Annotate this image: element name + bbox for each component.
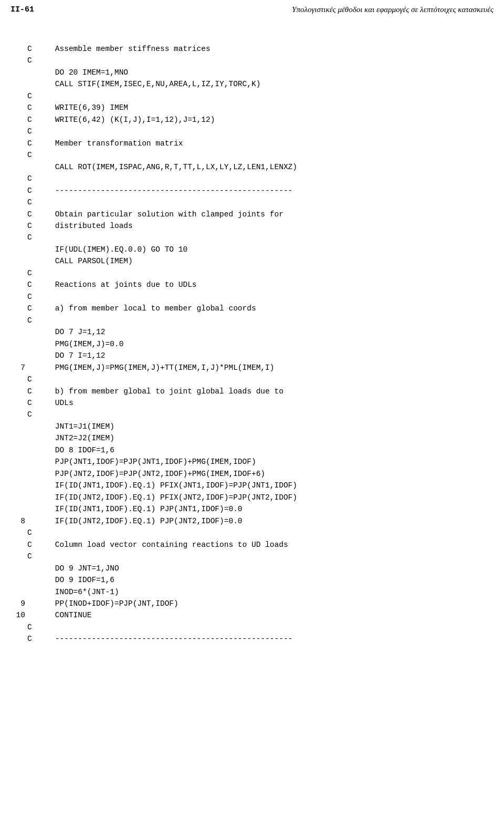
- line-code: IF(ID(JNT2,IDOF).EQ.1) PFIX(JNT2,IDOF)=P…: [37, 492, 494, 503]
- page-header: ΙΙ-61 Υπολογιστικές μέθοδοι και εφαρμογέ…: [10, 5, 494, 14]
- line-c-marker: C: [27, 633, 37, 645]
- code-line: JNT2=J2(IMEM): [10, 432, 494, 444]
- line-code: Assemble member stiffness matrices: [37, 43, 494, 55]
- code-line: CALL PARSOL(IMEM): [10, 255, 494, 267]
- line-code: CONTINUE: [37, 609, 494, 621]
- code-line: 9 PP(INOD+IDOF)=PJP(JNT,IDOF): [10, 598, 494, 609]
- line-c-marker: C: [27, 149, 37, 161]
- code-line: C WRITE(6,42) (K(I,J),I=1,12),J=1,12): [10, 114, 494, 126]
- code-line: C a) from member local to member global …: [10, 303, 494, 314]
- line-code: CALL ROT(IMEM,ISPAC,ANG,R,T,TT,L,LX,LY,L…: [37, 161, 494, 173]
- code-line: 10 CONTINUE: [10, 609, 494, 621]
- code-line: C: [10, 232, 494, 243]
- line-code: ----------------------------------------…: [37, 185, 494, 196]
- line-code: JNT1=J1(IMEM): [37, 421, 494, 432]
- line-code: JNT2=J2(IMEM): [37, 432, 494, 444]
- line-number: 7: [10, 362, 25, 374]
- line-c-marker: C: [27, 539, 37, 551]
- code-line: C Obtain particular solution with clampe…: [10, 209, 494, 220]
- line-c-marker: C: [27, 138, 37, 149]
- line-code: IF(ID(JNT1,IDOF).EQ.1) PFIX(JNT1,IDOF)=P…: [37, 480, 494, 491]
- line-code: PMG(IMEM,J)=PMG(IMEM,J)+TT(IMEM,I,J)*PML…: [37, 362, 494, 374]
- line-c-marker: C: [27, 397, 37, 409]
- code-line: C Member transformation matrix: [10, 138, 494, 149]
- line-c-marker: C: [27, 315, 37, 326]
- code-line: CALL STIF(IMEM,ISEC,E,NU,AREA,L,IZ,IY,TO…: [10, 78, 494, 90]
- line-code: IF(ID(JNT1,IDOF).EQ.1) PJP(JNT1,IDOF)=0.…: [37, 503, 494, 515]
- code-line: C Assemble member stiffness matrices: [10, 43, 494, 55]
- line-code: Obtain particular solution with clamped …: [37, 209, 494, 220]
- line-c-marker: C: [27, 621, 37, 633]
- code-line: DO 7 J=1,12: [10, 326, 494, 338]
- code-line: DO 9 IDOF=1,6: [10, 574, 494, 586]
- code-line: DO 7 I=1,12: [10, 350, 494, 361]
- line-c-marker: C: [27, 291, 37, 303]
- line-code: ----------------------------------------…: [37, 633, 494, 645]
- line-number: 8: [10, 515, 25, 527]
- line-c-marker: C: [27, 527, 37, 538]
- code-line: CALL ROT(IMEM,ISPAC,ANG,R,T,TT,L,LX,LY,L…: [10, 161, 494, 173]
- code-line: C: [10, 621, 494, 633]
- code-line: PJP(JNT2,IDOF)=PJP(JNT2,IDOF)+PMG(IMEM,I…: [10, 468, 494, 480]
- line-code: Reactions at joints due to UDLs: [37, 279, 494, 291]
- code-line: C: [10, 374, 494, 385]
- line-c-marker: C: [27, 173, 37, 184]
- page-title: Υπολογιστικές μέθοδοι και εφαρμογές σε λ…: [292, 5, 494, 14]
- code-line: 8 IF(ID(JNT2,IDOF).EQ.1) PJP(JNT2,IDOF)=…: [10, 515, 494, 527]
- line-c-marker: C: [27, 232, 37, 243]
- code-line: 7 PMG(IMEM,J)=PMG(IMEM,J)+TT(IMEM,I,J)*P…: [10, 362, 494, 374]
- code-line: C b) from member global to joint global …: [10, 386, 494, 397]
- line-code: DO 9 IDOF=1,6: [37, 574, 494, 586]
- code-line: IF(UDL(IMEM).EQ.0.0) GO TO 10: [10, 244, 494, 255]
- code-line: PMG(IMEM,J)=0.0: [10, 338, 494, 350]
- line-c-marker: C: [27, 267, 37, 279]
- line-code: PJP(JNT2,IDOF)=PJP(JNT2,IDOF)+PMG(IMEM,I…: [37, 468, 494, 480]
- code-line: INOD=6*(JNT-1): [10, 586, 494, 598]
- code-line: C: [10, 527, 494, 538]
- code-line: C: [10, 173, 494, 184]
- line-c-marker: C: [27, 409, 37, 420]
- code-line: C: [10, 196, 494, 208]
- line-code: WRITE(6,42) (K(I,J),I=1,12),J=1,12): [37, 114, 494, 126]
- code-line: C --------------------------------------…: [10, 633, 494, 645]
- code-line: C --------------------------------------…: [10, 185, 494, 196]
- line-code: Member transformation matrix: [37, 138, 494, 149]
- code-line: DO 20 IMEM=1,MNO: [10, 67, 494, 78]
- code-line: C: [10, 55, 494, 66]
- line-number: 9: [10, 598, 25, 609]
- code-line: C: [10, 409, 494, 420]
- line-c-marker: C: [27, 43, 37, 55]
- code-line: DO 8 IDOF=1,6: [10, 444, 494, 456]
- line-code: INOD=6*(JNT-1): [37, 586, 494, 598]
- line-code: UDLs: [37, 397, 494, 409]
- line-code: PJP(JNT1,IDOF)=PJP(JNT1,IDOF)+PMG(IMEM,I…: [37, 456, 494, 468]
- line-code: CALL PARSOL(IMEM): [37, 255, 494, 267]
- code-line: C UDLs: [10, 397, 494, 409]
- line-c-marker: C: [27, 551, 37, 562]
- line-c-marker: C: [27, 126, 37, 137]
- code-line: C Reactions at joints due to UDLs: [10, 279, 494, 291]
- code-line: IF(ID(JNT1,IDOF).EQ.1) PJP(JNT1,IDOF)=0.…: [10, 503, 494, 515]
- code-line: JNT1=J1(IMEM): [10, 421, 494, 432]
- line-code: WRITE(6,39) IMEM: [37, 102, 494, 113]
- line-code: a) from member local to member global co…: [37, 303, 494, 314]
- line-code: DO 9 JNT=1,JNO: [37, 563, 494, 574]
- line-code: distributed loads: [37, 220, 494, 232]
- code-line: C: [10, 90, 494, 102]
- line-c-marker: C: [27, 303, 37, 314]
- line-code: IF(UDL(IMEM).EQ.0.0) GO TO 10: [37, 244, 494, 255]
- line-c-marker: C: [27, 196, 37, 208]
- code-line: C: [10, 551, 494, 562]
- line-code: Column load vector containing reactions …: [37, 539, 494, 551]
- code-line: IF(ID(JNT2,IDOF).EQ.1) PFIX(JNT2,IDOF)=P…: [10, 492, 494, 503]
- code-line: C: [10, 291, 494, 303]
- code-line: C Column load vector containing reaction…: [10, 539, 494, 551]
- line-code: DO 7 I=1,12: [37, 350, 494, 361]
- line-number: 10: [10, 609, 25, 621]
- code-line: DO 9 JNT=1,JNO: [10, 563, 494, 574]
- line-c-marker: C: [27, 185, 37, 196]
- line-code: IF(ID(JNT2,IDOF).EQ.1) PJP(JNT2,IDOF)=0.…: [37, 515, 494, 527]
- line-c-marker: C: [27, 386, 37, 397]
- page: ΙΙ-61 Υπολογιστικές μέθοδοι και εφαρμογέ…: [0, 0, 504, 819]
- line-code: PP(INOD+IDOF)=PJP(JNT,IDOF): [37, 598, 494, 609]
